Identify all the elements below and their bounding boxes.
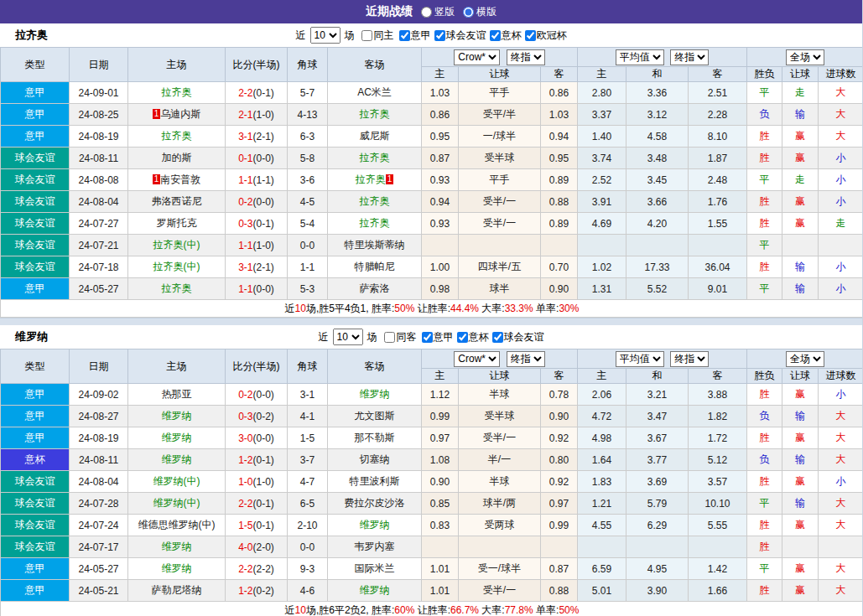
filter-prefix-label: 近	[319, 330, 329, 344]
avg-draw-odds: 3.66	[626, 191, 689, 213]
handicap-final-index-select[interactable]: 终指	[507, 49, 545, 65]
league-filter-意杯[interactable]: 意杯	[457, 330, 489, 344]
avg-home-odds	[578, 536, 626, 558]
league-checkbox[interactable]	[492, 332, 503, 343]
league-cell: 意甲	[1, 82, 70, 104]
summary-row: 近10场,胜5平4负1, 胜率:50% 让胜率:44.4% 大率:33.3% 单…	[1, 300, 863, 318]
average-select[interactable]: 平均值	[616, 351, 664, 367]
avg-away-odds: 8.10	[689, 126, 747, 148]
match-row: 意甲24-05-27拉齐奥1-1(0-0)5-3萨索洛0.98球半0.901.3…	[1, 278, 863, 300]
handicap-final-index-select[interactable]: 终指	[507, 351, 545, 367]
corner-cell: 4-5	[288, 191, 328, 213]
league-cell: 意甲	[1, 580, 70, 602]
same-venue-filter[interactable]: 同客	[384, 330, 417, 344]
corner-cell: 5-8	[288, 148, 328, 169]
league-checkbox[interactable]	[490, 30, 501, 41]
avg-home-odds: 5.01	[578, 580, 626, 602]
away-team[interactable]: 拉齐奥	[328, 213, 422, 235]
same-venue-checkbox[interactable]	[361, 30, 372, 41]
scope-group: 全场	[747, 48, 863, 67]
horizontal-layout-radio[interactable]	[463, 7, 474, 18]
result-goals: 小	[819, 471, 863, 493]
scope-select[interactable]: 全场	[786, 351, 824, 367]
bookmaker-select[interactable]: Crow*	[454, 49, 500, 65]
away-team: 尤文图斯	[328, 406, 422, 427]
league-checkbox[interactable]	[422, 332, 433, 343]
crown-away-odds: 0.88	[541, 191, 578, 213]
away-team: 切塞纳	[328, 449, 422, 471]
result-handicap: 走	[782, 82, 819, 104]
average-final-index-select[interactable]: 终指	[670, 49, 709, 65]
col-euro-away: 客	[689, 369, 747, 384]
home-team[interactable]: 维罗纳	[128, 406, 226, 427]
half-time-score: (0-0)	[253, 153, 274, 164]
league-filter-意甲[interactable]: 意甲	[399, 28, 431, 43]
full-time-score: 0-2	[238, 389, 252, 401]
league-filter-意杯[interactable]: 意杯	[490, 28, 522, 43]
league-checkbox[interactable]	[457, 332, 468, 343]
full-time-score: 4-0	[238, 541, 252, 553]
league-filter-球会友谊[interactable]: 球会友谊	[492, 330, 544, 344]
crown-home-odds: 0.86	[422, 104, 459, 126]
average-select[interactable]: 平均值	[616, 49, 664, 65]
away-team[interactable]: 维罗纳	[328, 515, 422, 536]
layout-option-horizontal[interactable]: 横版	[463, 5, 496, 19]
away-team[interactable]: 拉齐奥1	[328, 169, 422, 191]
date-cell: 24-09-02	[70, 384, 128, 406]
match-count-select[interactable]: 10	[310, 27, 341, 44]
avg-home-odds: 1.31	[578, 278, 626, 300]
summary-text: 让胜率:	[414, 604, 450, 616]
match-row: 意甲24-08-19拉齐奥3-1(2-1)6-3威尼斯0.95一/球半0.941…	[1, 126, 863, 148]
match-count-select[interactable]: 10	[333, 329, 363, 345]
home-team[interactable]: 拉齐奥	[128, 82, 226, 104]
league-checkbox[interactable]	[434, 30, 445, 41]
scope-group: 全场	[747, 349, 863, 369]
result-wdl: 胜	[747, 384, 782, 406]
home-team[interactable]: 拉齐奥(中)	[128, 256, 226, 278]
home-team[interactable]: 维罗纳	[128, 558, 226, 580]
home-team[interactable]: 拉齐奥	[128, 278, 226, 300]
summary-text: 近	[285, 604, 295, 616]
home-team: 1乌迪内斯	[128, 104, 226, 126]
average-final-index-select[interactable]: 终指	[670, 351, 709, 367]
home-team[interactable]: 维罗纳(中)	[128, 471, 226, 493]
vertical-layout-radio[interactable]	[421, 7, 432, 18]
home-team-name: 维罗纳	[162, 410, 192, 422]
league-filter-欧冠杯[interactable]: 欧冠杯	[525, 28, 567, 43]
league-checkbox[interactable]	[399, 30, 410, 41]
avg-away-odds: 1.87	[689, 148, 747, 169]
away-team[interactable]: 拉齐奥	[328, 148, 422, 169]
home-team[interactable]: 维罗纳(中)	[128, 493, 226, 515]
match-row: 球会友谊24-07-28维罗纳(中)2-2(0-1)6-5费拉尔皮沙洛0.85球…	[1, 493, 863, 515]
same-venue-checkbox[interactable]	[384, 332, 395, 343]
home-team[interactable]: 拉齐奥	[128, 126, 226, 148]
home-team[interactable]: 拉齐奥(中)	[128, 235, 226, 256]
league-filter-意甲[interactable]: 意甲	[422, 330, 454, 344]
result-wdl: 平	[747, 493, 782, 515]
league-checkbox[interactable]	[525, 30, 536, 41]
home-team[interactable]: 维罗纳	[128, 449, 226, 471]
home-team[interactable]: 维罗纳	[128, 427, 226, 449]
col-result-goals: 进球数	[819, 67, 863, 82]
crown-home-odds: 1.00	[422, 256, 459, 278]
home-team[interactable]: 维罗纳	[128, 536, 226, 558]
home-team-name: 乌迪内斯	[160, 108, 200, 120]
bookmaker-select[interactable]: Crow*	[454, 351, 500, 367]
league-label: 意甲	[434, 330, 454, 344]
away-team[interactable]: 维罗纳	[328, 580, 422, 602]
matches-body: 意甲24-09-02热那亚0-2(0-0)3-1维罗纳1.12半球0.782.0…	[1, 384, 863, 602]
league-filter-球会友谊[interactable]: 球会友谊	[434, 28, 486, 43]
col-score: 比分(半场)	[226, 349, 288, 384]
away-team[interactable]: 拉齐奥	[328, 104, 422, 126]
same-venue-filter[interactable]: 同主	[361, 28, 394, 43]
away-team[interactable]: 维罗纳	[328, 384, 422, 406]
date-cell: 24-07-18	[70, 256, 128, 278]
home-team: 1南安普敦	[128, 169, 226, 191]
away-team[interactable]: 拉齐奥	[328, 191, 422, 213]
corner-cell: 5-4	[288, 213, 328, 235]
result-handicap: 输	[782, 449, 819, 471]
layout-option-vertical[interactable]: 竖版	[421, 5, 455, 19]
scope-select[interactable]: 全场	[786, 49, 824, 65]
col-corner: 角球	[288, 349, 328, 384]
team-name: 拉齐奥	[15, 28, 48, 43]
